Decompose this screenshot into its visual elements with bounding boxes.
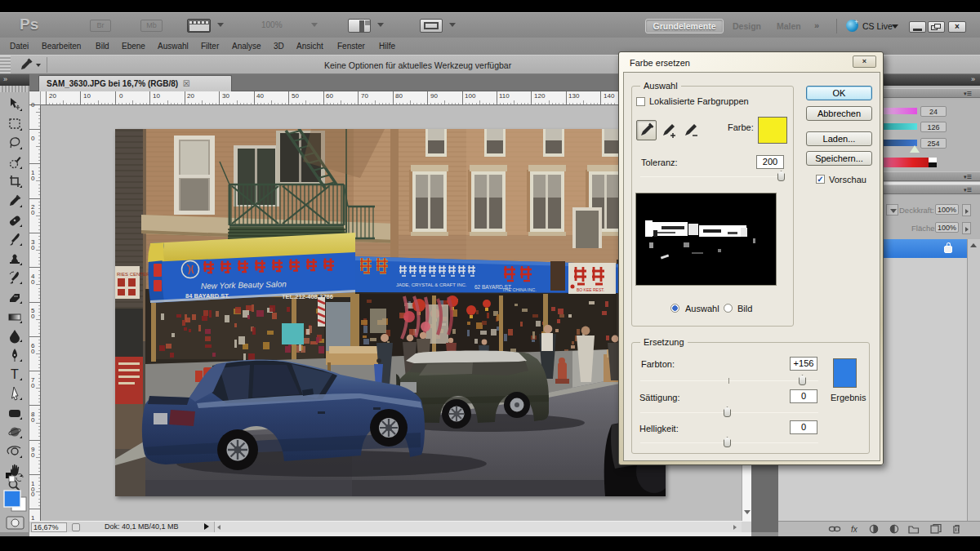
- svg-text:T: T: [11, 367, 19, 381]
- svg-text:fx: fx: [851, 525, 858, 534]
